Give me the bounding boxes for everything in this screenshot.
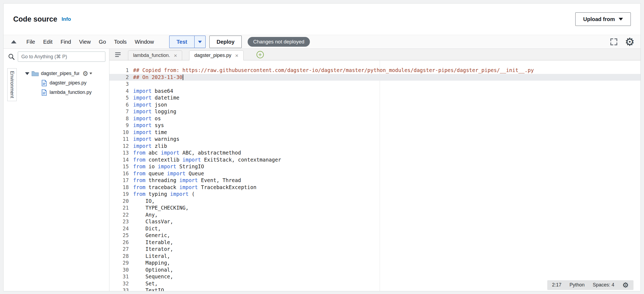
line-number: 10 xyxy=(109,129,129,136)
environment-tab[interactable]: Environment xyxy=(7,68,17,101)
page-title: Code source xyxy=(13,15,57,23)
code-text: Optional, xyxy=(133,266,173,274)
line-number: 33 xyxy=(109,287,129,291)
code-text: Any, xyxy=(133,211,158,218)
code-line[interactable]: 21 TYPE_CHECKING, xyxy=(109,204,640,211)
python-file-icon xyxy=(41,89,47,96)
code-line[interactable]: 6import json xyxy=(109,101,640,108)
line-number: 8 xyxy=(109,115,129,122)
code-line[interactable]: 19from typing import ( xyxy=(109,191,640,198)
code-text: import os xyxy=(133,115,161,122)
upload-from-label: Upload from xyxy=(583,16,615,22)
code-line[interactable]: 13from abc import ABC, abstractmethod xyxy=(109,149,640,156)
menu-item-edit[interactable]: Edit xyxy=(39,39,56,45)
code-line[interactable]: 27 Iterator, xyxy=(109,246,640,253)
close-tab-icon[interactable]: × xyxy=(235,53,238,58)
code-line[interactable]: 31 Sequence, xyxy=(109,273,640,280)
test-dropdown-button[interactable] xyxy=(194,36,206,48)
code-line[interactable]: 12import zlib xyxy=(109,143,640,150)
code-line[interactable]: 28 Literal, xyxy=(109,253,640,260)
upload-from-button[interactable]: Upload from xyxy=(575,12,631,26)
test-button[interactable]: Test xyxy=(169,36,194,48)
code-line[interactable]: 14from contextlib import ExitStack, cont… xyxy=(109,156,640,163)
menu-item-go[interactable]: Go xyxy=(95,39,110,45)
editor-tab[interactable]: lambda_function.× xyxy=(128,50,182,60)
code-text: ## On 2023-11-30 xyxy=(133,74,183,81)
code-line[interactable]: 2## On 2023-11-30 xyxy=(109,74,640,81)
code-line[interactable]: 5import datetime xyxy=(109,94,640,101)
line-number: 21 xyxy=(109,204,129,211)
line-number: 1 xyxy=(109,67,129,74)
code-line[interactable]: 26 Iterable, xyxy=(109,239,640,246)
code-line[interactable]: 22 Any, xyxy=(109,211,640,218)
code-line[interactable]: 4import base64 xyxy=(109,88,640,95)
settings-gear-icon[interactable]: ⚙ xyxy=(625,36,635,47)
code-text: from io import StringIO xyxy=(133,163,204,170)
code-text: Literal, xyxy=(133,253,170,260)
line-number: 31 xyxy=(109,273,129,280)
search-icon xyxy=(8,53,15,60)
code-line[interactable]: 29 Mapping, xyxy=(109,259,640,266)
code-text: from threading import Event, Thread xyxy=(133,177,241,184)
sidebar: Environment dagster_pipes_funct ⚙ xyxy=(4,49,109,291)
code-line[interactable]: 24 Dict, xyxy=(109,225,640,232)
line-number: 24 xyxy=(109,225,129,232)
code-editor[interactable]: 1## Copied from: https://raw.githubuserc… xyxy=(109,60,640,291)
tree-file-item[interactable]: dagster_pipes.py xyxy=(25,78,109,88)
tree-folder-row[interactable]: dagster_pipes_funct ⚙ xyxy=(25,69,109,78)
editor-tab[interactable]: dagster_pipes.py× xyxy=(189,50,243,60)
tab-list-icon[interactable] xyxy=(115,52,121,58)
code-line[interactable]: 18from traceback import TracebackExcepti… xyxy=(109,184,640,191)
new-tab-button[interactable]: + xyxy=(257,51,264,58)
code-line[interactable]: 10import time xyxy=(109,129,640,136)
line-number: 14 xyxy=(109,156,129,163)
code-line[interactable]: 11import warnings xyxy=(109,136,640,143)
file-name: dagster_pipes.py xyxy=(50,80,86,86)
code-line[interactable]: 20 IO, xyxy=(109,198,640,205)
editor-settings-gear-icon[interactable]: ⚙ xyxy=(622,282,629,289)
file-tree: dagster_pipes_funct ⚙ dagster_pipes.pyla… xyxy=(25,64,109,291)
caret-down-icon xyxy=(89,73,92,74)
code-text: from contextlib import ExitStack, contex… xyxy=(133,156,281,163)
line-number: 3 xyxy=(109,81,129,88)
code-line[interactable]: 9import sys xyxy=(109,122,640,129)
code-line[interactable]: 25 Generic, xyxy=(109,232,640,239)
line-number: 13 xyxy=(109,149,129,156)
deploy-button[interactable]: Deploy xyxy=(209,36,242,48)
line-number: 6 xyxy=(109,101,129,108)
code-text: Iterator, xyxy=(133,246,173,253)
menubar-right-icons: ⚙ xyxy=(610,36,635,47)
code-line[interactable]: 7import logging xyxy=(109,108,640,115)
code-line[interactable]: 15from io import StringIO xyxy=(109,163,640,170)
language-mode[interactable]: Python xyxy=(570,282,585,289)
disclosure-triangle-icon[interactable] xyxy=(25,72,29,75)
line-number: 4 xyxy=(109,88,129,95)
code-line[interactable]: 23 ClassVar, xyxy=(109,218,640,225)
menu-item-tools[interactable]: Tools xyxy=(110,39,131,45)
menu-item-file[interactable]: File xyxy=(22,39,39,45)
code-text: Dict, xyxy=(133,225,161,232)
code-text: import base64 xyxy=(133,88,173,95)
close-tab-icon[interactable]: × xyxy=(174,53,177,58)
code-text: import sys xyxy=(133,122,164,129)
cursor-position[interactable]: 2:17 xyxy=(552,282,562,289)
tree-file-item[interactable]: lambda_function.py xyxy=(25,88,109,97)
code-line[interactable]: 1## Copied from: https://raw.githubuserc… xyxy=(109,67,640,74)
menu-item-find[interactable]: Find xyxy=(57,39,75,45)
line-number: 19 xyxy=(109,191,129,198)
line-number: 9 xyxy=(109,122,129,129)
collapse-panel-icon[interactable] xyxy=(11,40,16,43)
indentation-setting[interactable]: Spaces: 4 xyxy=(593,282,614,289)
info-link[interactable]: Info xyxy=(62,16,71,22)
folder-settings-gear-icon[interactable]: ⚙ xyxy=(82,70,92,77)
goto-anything-input[interactable] xyxy=(18,52,105,62)
python-file-icon xyxy=(41,80,47,87)
code-line[interactable]: 17from threading import Event, Thread xyxy=(109,177,640,184)
menu-item-view[interactable]: View xyxy=(75,39,95,45)
code-line[interactable]: 30 Optional, xyxy=(109,266,640,274)
menu-item-window[interactable]: Window xyxy=(131,39,158,45)
code-line[interactable]: 8import os xyxy=(109,115,640,122)
code-line[interactable]: 3 xyxy=(109,81,640,88)
fullscreen-icon[interactable] xyxy=(610,38,618,46)
code-line[interactable]: 16from queue import Queue xyxy=(109,170,640,177)
